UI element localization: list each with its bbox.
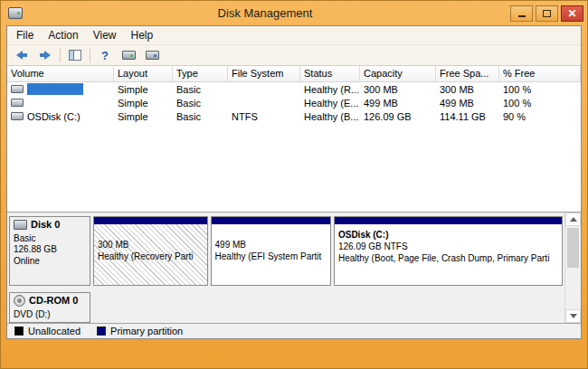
close-button[interactable]: ✕ xyxy=(561,5,583,22)
legend-bar: Unallocated Primary partition xyxy=(7,323,581,338)
scroll-down-icon xyxy=(570,314,577,318)
forward-arrow-icon xyxy=(40,51,51,60)
column-header-volume[interactable]: Volume xyxy=(7,66,114,82)
partition-size: 300 MB xyxy=(98,239,204,251)
disk0-name: Disk 0 xyxy=(31,219,60,232)
disk-view-button[interactable] xyxy=(118,46,139,65)
menu-help[interactable]: Help xyxy=(124,27,161,43)
cell-free-space: 499 MB xyxy=(436,98,499,109)
back-arrow-icon xyxy=(16,51,27,60)
menu-view[interactable]: View xyxy=(86,27,124,43)
maximize-button[interactable] xyxy=(536,5,558,22)
disk0-row: Disk 0 Basic 126.88 GB Online 300 MB Hea… xyxy=(9,216,563,286)
disk-management-window: Disk Management ✕ File Action View Help xyxy=(0,0,588,369)
graphical-view-panel: Disk 0 Basic 126.88 GB Online 300 MB Hea… xyxy=(7,212,581,323)
table-row[interactable]: Simple Basic Healthy (E... 499 MB 499 MB… xyxy=(7,96,581,109)
partition-recovery[interactable]: 300 MB Healthy (Recovery Parti xyxy=(93,216,208,286)
disk-icon xyxy=(14,220,27,230)
legend-item-primary-partition: Primary partition xyxy=(97,326,183,336)
close-icon: ✕ xyxy=(567,8,576,19)
cell-status: Healthy (R... xyxy=(300,84,360,95)
legend-item-unallocated: Unallocated xyxy=(14,326,81,336)
toolbar: ? xyxy=(7,44,581,66)
graphical-view-button[interactable] xyxy=(141,46,163,65)
disk-icon xyxy=(122,51,136,60)
volume-list: Volume Layout Type File System Status Ca… xyxy=(7,66,581,212)
titlebar: Disk Management ✕ xyxy=(1,1,587,25)
cell-layout: Simple xyxy=(114,84,173,95)
column-header-free-space[interactable]: Free Spa... xyxy=(436,66,499,82)
cell-type: Basic xyxy=(173,98,228,109)
app-icon xyxy=(8,7,23,19)
column-header-percent-free[interactable]: % Free xyxy=(499,66,581,82)
vertical-scrollbar[interactable] xyxy=(564,213,581,323)
volume-list-header: Volume Layout Type File System Status Ca… xyxy=(7,66,581,82)
menu-action[interactable]: Action xyxy=(41,27,85,43)
cell-capacity: 126.09 GB xyxy=(360,111,436,122)
cell-percent-free: 100 % xyxy=(499,98,581,109)
partition-efi[interactable]: 499 MB Healthy (EFI System Partit xyxy=(211,216,331,286)
partition-color-bar xyxy=(94,217,207,224)
help-button[interactable]: ? xyxy=(94,46,116,65)
disk0-capacity: 126.88 GB xyxy=(14,244,86,256)
console-tree-icon xyxy=(69,50,81,61)
window-controls: ✕ xyxy=(507,5,583,22)
disk0-type: Basic xyxy=(14,233,86,245)
window-title: Disk Management xyxy=(23,6,507,20)
column-header-layout[interactable]: Layout xyxy=(114,66,173,82)
partition-status: Healthy (EFI System Partit xyxy=(215,251,327,262)
cell-layout: Simple xyxy=(114,111,173,122)
maximize-icon xyxy=(543,10,551,17)
disk0-status: Online xyxy=(14,256,86,268)
help-icon: ? xyxy=(101,49,109,62)
table-row[interactable]: OSDisk (C:) Simple Basic NTFS Healthy (B… xyxy=(7,109,581,123)
cdrom-name: CD-ROM 0 xyxy=(29,295,78,308)
cell-capacity: 499 MB xyxy=(360,98,436,109)
back-button[interactable] xyxy=(11,46,33,65)
menu-bar: File Action View Help xyxy=(7,26,581,44)
cell-layout: Simple xyxy=(114,98,173,109)
toolbar-separator xyxy=(90,48,90,62)
primary-partition-swatch xyxy=(97,326,106,336)
disk0-label[interactable]: Disk 0 Basic 126.88 GB Online xyxy=(9,216,90,286)
cell-type: Basic xyxy=(173,84,228,95)
column-header-file-system[interactable]: File System xyxy=(228,66,300,82)
cdrom-label[interactable]: CD-ROM 0 DVD (D:) xyxy=(9,292,90,323)
volume-icon xyxy=(11,85,24,93)
cell-percent-free: 100 % xyxy=(499,84,581,95)
cdrom-row: CD-ROM 0 DVD (D:) xyxy=(9,292,563,323)
column-header-type[interactable]: Type xyxy=(173,66,228,82)
partition-name: OSDisk (C:) xyxy=(338,229,558,241)
column-header-capacity[interactable]: Capacity xyxy=(360,66,436,82)
console-tree-button[interactable] xyxy=(64,46,86,65)
scroll-down-button[interactable] xyxy=(565,309,581,323)
partition-status: Healthy (Boot, Page File, Crash Dump, Pr… xyxy=(338,252,558,264)
table-row[interactable]: Simple Basic Healthy (R... 300 MB 300 MB… xyxy=(7,82,581,96)
minimize-button[interactable] xyxy=(510,5,533,22)
menu-file[interactable]: File xyxy=(9,27,41,43)
cell-capacity: 300 MB xyxy=(360,84,436,95)
legend-label: Unallocated xyxy=(28,326,81,336)
scroll-up-button[interactable] xyxy=(565,213,581,226)
cell-percent-free: 90 % xyxy=(499,111,581,122)
partition-osdisk[interactable]: OSDisk (C:) 126.09 GB NTFS Healthy (Boot… xyxy=(334,216,563,286)
selected-volume-highlight[interactable] xyxy=(27,83,83,95)
partition-status: Healthy (Recovery Parti xyxy=(98,251,204,262)
volume-icon xyxy=(11,99,24,107)
partition-color-bar xyxy=(212,217,330,224)
cell-type: Basic xyxy=(173,111,228,122)
scrollbar-thumb[interactable] xyxy=(567,228,579,268)
scroll-up-icon xyxy=(570,217,577,222)
graphical-view-icon xyxy=(146,51,159,60)
client-area: File Action View Help ? xyxy=(6,25,582,339)
forward-button[interactable] xyxy=(34,46,56,65)
cell-status: Healthy (E... xyxy=(300,98,360,109)
disk0-partitions: 300 MB Healthy (Recovery Parti 499 MB He… xyxy=(93,216,563,286)
volume-name: OSDisk (C:) xyxy=(27,111,81,122)
cdrom-type: DVD (D:) xyxy=(14,309,86,321)
unallocated-swatch xyxy=(14,326,24,336)
minimize-icon xyxy=(518,15,526,17)
volume-icon xyxy=(11,112,24,120)
cdrom-icon xyxy=(14,295,25,307)
column-header-status[interactable]: Status xyxy=(300,66,360,82)
